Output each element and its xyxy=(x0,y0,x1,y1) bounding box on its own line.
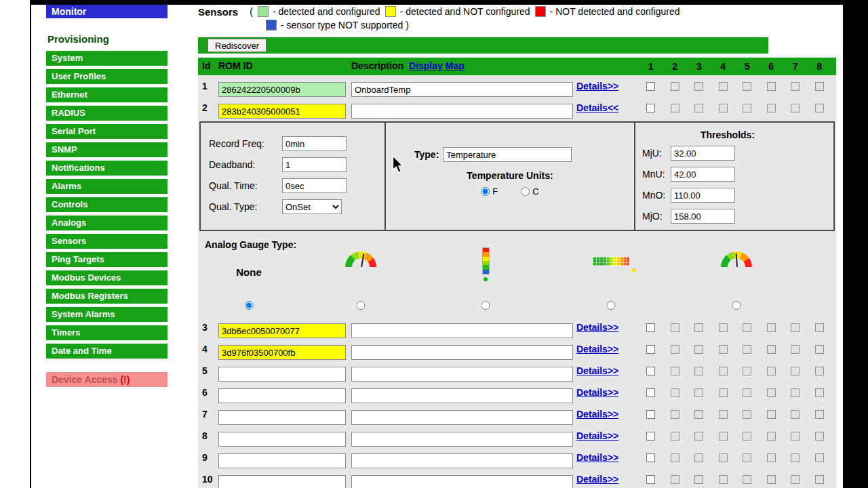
rom-id-input[interactable] xyxy=(218,367,346,382)
sensor-checkbox[interactable] xyxy=(815,388,824,397)
sensor-checkbox[interactable] xyxy=(646,388,655,397)
description-input[interactable] xyxy=(351,453,573,468)
sensor-checkbox[interactable] xyxy=(743,367,751,375)
description-input[interactable] xyxy=(351,388,573,403)
sidebar-item-date-and-time[interactable]: Date and Time xyxy=(46,344,167,359)
sensor-checkbox[interactable] xyxy=(671,475,679,484)
sensor-checkbox[interactable] xyxy=(694,410,703,419)
sensor-checkbox[interactable] xyxy=(743,475,751,484)
qual-type-select[interactable]: OnSet xyxy=(282,199,342,214)
description-input[interactable] xyxy=(351,475,573,488)
sidebar-item-notifications[interactable]: Notifications xyxy=(46,161,167,176)
sidebar-item-modbus-registers[interactable]: Modbus Registers xyxy=(46,289,167,304)
rom-id-input[interactable] xyxy=(218,410,346,425)
sensor-checkbox[interactable] xyxy=(791,388,800,397)
sensor-checkbox[interactable] xyxy=(719,323,728,332)
sensor-checkbox[interactable] xyxy=(743,410,751,419)
details-link[interactable]: Details>> xyxy=(576,430,618,441)
sensor-checkbox[interactable] xyxy=(719,104,728,113)
sensor-checkbox[interactable] xyxy=(815,104,824,113)
sensor-checkbox[interactable] xyxy=(646,345,655,354)
display-map-link[interactable]: Display Map xyxy=(409,60,465,71)
sensor-checkbox[interactable] xyxy=(719,475,728,484)
details-link[interactable]: Details>> xyxy=(576,81,618,92)
sensor-checkbox[interactable] xyxy=(743,432,751,441)
sidebar-item-alarms[interactable]: Alarms xyxy=(46,179,167,194)
gauge-radio-none[interactable] xyxy=(245,301,254,310)
details-link[interactable]: Details>> xyxy=(576,365,618,376)
rom-id-input[interactable] xyxy=(218,432,346,447)
gauge-radio-radial-2[interactable] xyxy=(732,301,741,310)
sidebar-item-ethernet[interactable]: Ethernet xyxy=(46,87,167,102)
sidebar-item-device-access[interactable]: Device Access (!) xyxy=(46,372,167,387)
sensor-checkbox[interactable] xyxy=(719,410,728,419)
sidebar-item-snmp[interactable]: SNMP xyxy=(46,142,167,157)
sensor-checkbox[interactable] xyxy=(815,475,824,484)
sensor-checkbox[interactable] xyxy=(694,345,703,354)
sensor-checkbox[interactable] xyxy=(815,345,824,354)
sensor-checkbox[interactable] xyxy=(791,432,800,441)
sensor-checkbox[interactable] xyxy=(646,410,655,419)
sensor-checkbox[interactable] xyxy=(815,367,824,375)
sensor-checkbox[interactable] xyxy=(646,475,655,484)
sensor-checkbox[interactable] xyxy=(671,432,679,441)
sensor-checkbox[interactable] xyxy=(719,345,728,354)
sensor-checkbox[interactable] xyxy=(694,388,703,397)
sidebar-item-system[interactable]: System xyxy=(46,51,167,66)
gauge-radio-vertical-bar[interactable] xyxy=(481,301,490,310)
sensor-checkbox[interactable] xyxy=(767,82,776,91)
details-link[interactable]: Details>> xyxy=(576,452,618,463)
mju-input[interactable] xyxy=(671,146,735,161)
sidebar-item-timers[interactable]: Timers xyxy=(46,325,167,340)
sidebar-item-system-alarms[interactable]: System Alarms xyxy=(46,307,167,322)
sensor-checkbox[interactable] xyxy=(743,388,751,397)
description-input[interactable] xyxy=(351,82,573,97)
sensor-checkbox[interactable] xyxy=(743,345,751,354)
sensor-checkbox[interactable] xyxy=(646,104,655,113)
description-input[interactable] xyxy=(351,345,573,360)
gauge-radio-horizontal-bar[interactable] xyxy=(607,301,616,310)
sensor-checkbox[interactable] xyxy=(743,82,751,91)
sensor-checkbox[interactable] xyxy=(767,388,776,397)
rom-id-input[interactable] xyxy=(218,475,346,488)
sensor-checkbox[interactable] xyxy=(719,453,728,462)
sensor-checkbox[interactable] xyxy=(815,82,824,91)
sensor-checkbox[interactable] xyxy=(719,82,728,91)
sensor-checkbox[interactable] xyxy=(791,475,800,484)
details-link[interactable]: Details<< xyxy=(576,102,618,113)
sensor-checkbox[interactable] xyxy=(743,104,751,113)
sensor-checkbox[interactable] xyxy=(694,323,703,332)
sensor-checkbox[interactable] xyxy=(671,323,679,332)
details-link[interactable]: Details>> xyxy=(576,409,618,420)
description-input[interactable] xyxy=(351,367,573,382)
sensor-checkbox[interactable] xyxy=(767,475,776,484)
sensor-checkbox[interactable] xyxy=(671,453,679,462)
rediscover-button[interactable]: Rediscover xyxy=(208,39,267,52)
sensor-checkbox[interactable] xyxy=(694,104,703,113)
sensor-checkbox[interactable] xyxy=(767,104,776,113)
rom-id-input[interactable] xyxy=(218,82,346,97)
sensor-checkbox[interactable] xyxy=(671,104,679,113)
sensor-checkbox[interactable] xyxy=(719,432,728,441)
sensor-checkbox[interactable] xyxy=(791,410,800,419)
sensor-checkbox[interactable] xyxy=(646,453,655,462)
sensor-checkbox[interactable] xyxy=(791,367,800,375)
sensor-checkbox[interactable] xyxy=(646,432,655,441)
sensor-checkbox[interactable] xyxy=(767,453,776,462)
sidebar-item-serial-port[interactable]: Serial Port xyxy=(46,124,167,139)
sensor-checkbox[interactable] xyxy=(671,388,679,397)
sidebar-item-user-profiles[interactable]: User Profiles xyxy=(46,69,167,84)
sensor-checkbox[interactable] xyxy=(791,82,800,91)
sensor-checkbox[interactable] xyxy=(671,367,679,375)
sensor-checkbox[interactable] xyxy=(815,410,824,419)
rom-id-input[interactable] xyxy=(218,388,346,403)
sensor-checkbox[interactable] xyxy=(791,323,800,332)
sensor-checkbox[interactable] xyxy=(671,345,679,354)
description-input[interactable] xyxy=(351,410,573,425)
sensor-checkbox[interactable] xyxy=(694,432,703,441)
sensor-checkbox[interactable] xyxy=(767,432,776,441)
sensor-checkbox[interactable] xyxy=(815,453,824,462)
description-input[interactable] xyxy=(351,104,573,119)
mnu-input[interactable] xyxy=(671,167,735,182)
sidebar-item-sensors[interactable]: Sensors xyxy=(46,234,167,249)
